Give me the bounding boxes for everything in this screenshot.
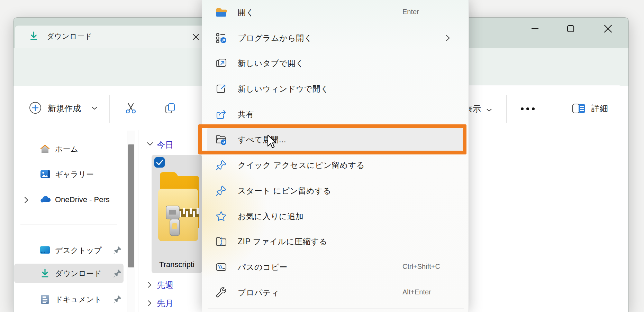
- download-icon: [28, 30, 39, 42]
- menu-item-label: 開く: [238, 7, 254, 18]
- desktop-icon: [39, 244, 51, 256]
- menu-item-copy-path[interactable]: パスのコピー Ctrl+Shift+C: [202, 254, 469, 280]
- highlight-annotation-box: [198, 124, 466, 154]
- mouse-cursor-icon: [267, 134, 278, 152]
- menu-item-label: パスのコピー: [238, 262, 288, 273]
- sidebar-item-label: OneDrive - Pers: [55, 195, 110, 204]
- details-button[interactable]: 詳細: [572, 101, 627, 116]
- menu-item-open-with[interactable]: プログラムから開く: [202, 25, 469, 51]
- download-icon: [39, 267, 51, 279]
- menu-item-compress-zip[interactable]: ZIP ファイルに圧縮する: [202, 229, 469, 254]
- chevron-right-icon[interactable]: [24, 197, 29, 205]
- zip-compress-icon: [215, 235, 227, 248]
- menu-item-pin-to-start[interactable]: スタート にピン留めする: [202, 178, 469, 204]
- chevron-down-icon: [91, 105, 98, 112]
- copy-icon[interactable]: [164, 102, 176, 115]
- group-header-last-month[interactable]: 先月: [157, 298, 173, 309]
- menu-item-share[interactable]: 共有: [202, 102, 469, 127]
- menu-item-pin-quick-access[interactable]: クイック アクセスにピン留めする: [202, 152, 469, 178]
- more-options-icon[interactable]: [519, 106, 546, 112]
- sidebar-scrollbar[interactable]: [127, 131, 135, 312]
- group-header-today[interactable]: 今日: [157, 139, 173, 150]
- menu-item-label: 共有: [238, 109, 254, 120]
- menu-item-label: 新しいタブで開く: [238, 58, 304, 69]
- sidebar-divider: [20, 225, 117, 225]
- menu-item-add-favorites[interactable]: お気に入りに追加: [202, 204, 469, 229]
- open-with-icon: [215, 32, 227, 44]
- sidebar-item-downloads[interactable]: ダウンロード: [13, 264, 138, 283]
- pin-icon: [112, 294, 122, 304]
- tab-downloads[interactable]: ダウンロード: [15, 26, 214, 48]
- sidebar-item-label: ドキュメント: [55, 294, 102, 305]
- star-icon: [215, 210, 227, 223]
- pin-icon: [215, 159, 227, 171]
- open-folder-icon: [215, 6, 227, 19]
- sidebar-item-desktop[interactable]: デスクトップ: [13, 240, 138, 260]
- chevron-down-icon: [486, 107, 492, 113]
- close-button[interactable]: [598, 20, 618, 37]
- file-tile[interactable]: Transcripti: [152, 155, 202, 273]
- sidebar-item-onedrive[interactable]: OneDrive - Pers: [13, 190, 138, 210]
- menu-item-open-new-tab[interactable]: 新しいタブで開く: [202, 50, 469, 76]
- chevron-right-icon[interactable]: [147, 282, 152, 290]
- file-name: Transcripti: [159, 260, 194, 269]
- plus-circle-icon: [29, 102, 42, 114]
- menu-item-label: クイック アクセスにピン留めする: [238, 160, 365, 171]
- zip-folder-icon: [157, 169, 199, 253]
- menu-item-shortcut: Ctrl+Shift+C: [402, 263, 440, 271]
- pin-icon: [112, 245, 122, 255]
- copy-path-icon: [215, 261, 227, 273]
- details-button-label: 詳細: [591, 103, 608, 114]
- toolbar-divider: [109, 95, 110, 123]
- group-header-last-week[interactable]: 先週: [157, 280, 173, 291]
- maximize-button[interactable]: [561, 20, 580, 37]
- context-menu: 開く Enter プログラムから開く 新しいタブで開く 新しいウィンドウで開く …: [202, 0, 469, 312]
- submenu-chevron-icon: [445, 34, 452, 42]
- sidebar-item-label: ホーム: [55, 144, 78, 154]
- chevron-right-icon[interactable]: [147, 300, 152, 308]
- new-tab-icon: [215, 57, 227, 69]
- tab-title: ダウンロード: [47, 31, 92, 41]
- selected-checkbox[interactable]: [154, 157, 165, 168]
- toolbar-divider: [506, 95, 507, 123]
- menu-item-label: プロパティ: [238, 287, 279, 298]
- menu-item-shortcut: Enter: [402, 8, 419, 16]
- new-button-label: 新規作成: [48, 103, 81, 114]
- menu-divider: [208, 309, 464, 309]
- menu-item-shortcut: Alt+Enter: [402, 288, 431, 296]
- sidebar-item-label: ダウンロード: [55, 268, 102, 279]
- minimize-button[interactable]: [525, 20, 545, 37]
- sidebar-item-label: デスクトップ: [55, 245, 102, 256]
- home-icon: [39, 143, 51, 155]
- sidebar-item-label: ギャラリー: [55, 169, 94, 180]
- menu-item-label: プログラムから開く: [238, 33, 312, 44]
- menu-item-label: お気に入りに追加: [238, 211, 303, 222]
- chevron-down-icon[interactable]: [147, 141, 153, 148]
- onedrive-cloud-icon: [39, 194, 51, 206]
- cut-icon[interactable]: [125, 102, 137, 115]
- menu-item-label: 新しいウィンドウで開く: [238, 84, 329, 94]
- new-button[interactable]: 新規作成: [29, 101, 109, 115]
- menu-item-label: ZIP ファイルに圧縮する: [238, 236, 327, 247]
- share-icon: [215, 108, 227, 121]
- new-window-icon: [215, 83, 227, 95]
- wrench-icon: [215, 286, 227, 299]
- tab-close-icon[interactable]: [191, 32, 201, 42]
- menu-item-open[interactable]: 開く Enter: [202, 0, 469, 25]
- menu-item-properties[interactable]: プロパティ Alt+Enter: [202, 280, 469, 305]
- details-pane-icon: [572, 103, 586, 114]
- menu-item-open-new-window[interactable]: 新しいウィンドウで開く: [202, 76, 469, 102]
- pin-icon: [112, 268, 122, 278]
- sidebar-main-divider: [138, 130, 138, 312]
- scrollbar-thumb[interactable]: [128, 144, 134, 267]
- sidebar-item-home[interactable]: ホーム: [13, 139, 138, 159]
- sidebar-item-gallery[interactable]: ギャラリー: [13, 164, 138, 184]
- gallery-icon: [39, 168, 51, 180]
- menu-item-label: スタート にピン留めする: [238, 186, 331, 196]
- pin-icon: [215, 185, 227, 197]
- sidebar-item-documents[interactable]: ドキュメント: [13, 290, 138, 309]
- document-icon: [39, 293, 51, 305]
